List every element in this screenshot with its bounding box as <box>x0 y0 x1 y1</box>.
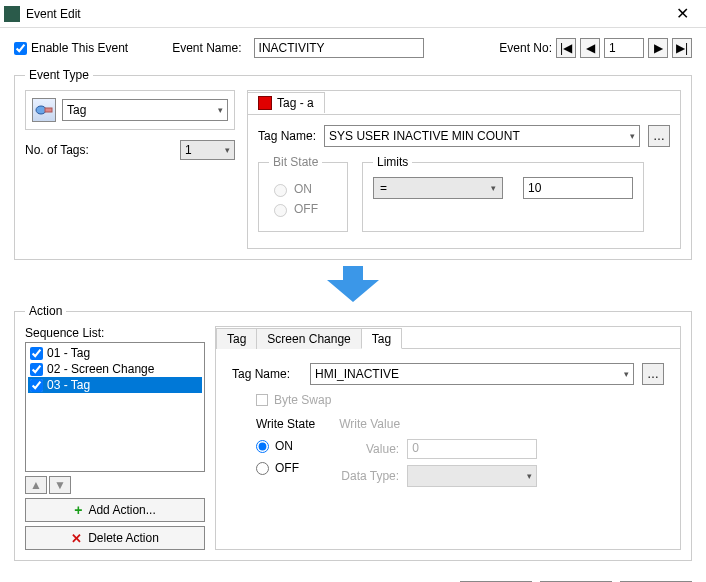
event-no-label: Event No: <box>499 41 552 55</box>
delete-action-label: Delete Action <box>88 531 159 545</box>
red-swatch-icon <box>258 96 272 110</box>
chevron-down-icon: ▾ <box>527 471 532 481</box>
chevron-down-icon: ▾ <box>624 369 629 379</box>
limits-value-input[interactable] <box>523 177 633 199</box>
action-tab-tag-2[interactable]: Tag <box>361 328 402 349</box>
enable-label: Enable This Event <box>31 41 128 55</box>
x-icon: ✕ <box>71 531 82 546</box>
write-value-input: 0 <box>407 439 537 459</box>
action-tagname-select[interactable]: HMI_INACTIVE ▾ <box>310 363 634 385</box>
limits-operator-select[interactable]: = ▾ <box>373 177 503 199</box>
add-action-button[interactable]: + Add Action... <box>25 498 205 522</box>
tag-browse-button[interactable]: … <box>648 125 670 147</box>
event-name-label: Event Name: <box>172 41 241 55</box>
limits-legend: Limits <box>373 155 412 169</box>
action-tab-tag-1[interactable]: Tag <box>216 328 257 349</box>
sequence-item[interactable]: 03 - Tag <box>28 377 202 393</box>
no-of-tags-value: 1 <box>185 143 192 157</box>
sequence-list-label: Sequence List: <box>25 326 205 340</box>
action-tag-browse-button[interactable]: … <box>642 363 664 385</box>
seq-checkbox[interactable] <box>30 363 43 376</box>
byte-swap-checkbox: Byte Swap <box>256 393 664 407</box>
no-of-tags-label: No. of Tags: <box>25 143 89 157</box>
tag-name-value: SYS USER INACTIVE MIN COUNT <box>329 129 520 143</box>
move-down-button[interactable]: ▼ <box>49 476 71 494</box>
action-group: Action Sequence List: 01 - Tag 02 - Scre… <box>14 304 692 561</box>
seq-checkbox[interactable] <box>30 379 43 392</box>
event-type-value: Tag <box>67 103 86 117</box>
limits-group: Limits = ▾ <box>362 155 644 232</box>
svg-rect-1 <box>45 108 52 112</box>
bitstate-on-radio: ON <box>269 181 337 197</box>
tag-a-label: Tag - a <box>277 96 314 110</box>
event-type-selector: Tag ▾ <box>25 90 235 130</box>
event-type-select[interactable]: Tag ▾ <box>62 99 228 121</box>
sequence-item[interactable]: 01 - Tag <box>28 345 202 361</box>
action-legend: Action <box>25 304 66 318</box>
event-type-legend: Event Type <box>25 68 93 82</box>
bit-state-group: Bit State ON OFF <box>258 155 348 232</box>
tag-a-tab[interactable]: Tag - a <box>247 92 325 113</box>
bitstate-legend: Bit State <box>269 155 322 169</box>
datatype-select: ▾ <box>407 465 537 487</box>
move-up-button[interactable]: ▲ <box>25 476 47 494</box>
prev-button[interactable]: ◀ <box>580 38 600 58</box>
tag-name-label: Tag Name: <box>258 129 316 143</box>
last-button[interactable]: ▶| <box>672 38 692 58</box>
titlebar: Event Edit ✕ <box>0 0 706 28</box>
app-icon <box>4 6 20 22</box>
datatype-label: Data Type: <box>339 469 399 483</box>
window-title: Event Edit <box>26 7 662 21</box>
byte-swap-label: Byte Swap <box>274 393 331 407</box>
event-no-input[interactable] <box>604 38 644 58</box>
write-state-off-radio[interactable]: OFF <box>256 461 315 475</box>
first-button[interactable]: |◀ <box>556 38 576 58</box>
event-type-group: Event Type Tag ▾ No. of Tags: 1 ▾ <box>14 68 692 260</box>
chevron-down-icon: ▾ <box>218 105 223 115</box>
delete-action-button[interactable]: ✕ Delete Action <box>25 526 205 550</box>
tag-name-select[interactable]: SYS USER INACTIVE MIN COUNT ▾ <box>324 125 640 147</box>
next-button[interactable]: ▶ <box>648 38 668 58</box>
add-action-label: Add Action... <box>88 503 155 517</box>
sequence-item[interactable]: 02 - Screen Change <box>28 361 202 377</box>
limits-operator: = <box>380 181 387 195</box>
seq-checkbox[interactable] <box>30 347 43 360</box>
byte-swap-box <box>256 394 268 406</box>
plus-icon: + <box>74 502 82 518</box>
no-of-tags-select[interactable]: 1 ▾ <box>180 140 235 160</box>
bitstate-off-radio: OFF <box>269 201 337 217</box>
flow-arrow-icon <box>14 266 692 302</box>
seq-item-label: 01 - Tag <box>47 346 90 360</box>
svg-marker-2 <box>327 266 379 302</box>
enable-checkbox-input[interactable] <box>14 42 27 55</box>
close-icon[interactable]: ✕ <box>662 4 702 23</box>
value-label: Value: <box>339 442 399 456</box>
action-tagname-value: HMI_INACTIVE <box>315 367 399 381</box>
write-state-on-radio[interactable]: ON <box>256 439 315 453</box>
sequence-list[interactable]: 01 - Tag 02 - Screen Change 03 - Tag <box>25 342 205 472</box>
chevron-down-icon: ▾ <box>225 145 230 155</box>
enable-this-event-checkbox[interactable]: Enable This Event <box>14 41 128 55</box>
chevron-down-icon: ▾ <box>491 183 496 193</box>
chevron-down-icon: ▾ <box>630 131 635 141</box>
seq-item-label: 02 - Screen Change <box>47 362 154 376</box>
tag-icon <box>32 98 56 122</box>
write-value-title: Write Value <box>339 417 537 431</box>
event-name-input[interactable] <box>254 38 424 58</box>
write-state-title: Write State <box>256 417 315 431</box>
action-tagname-label: Tag Name: <box>232 367 302 381</box>
seq-item-label: 03 - Tag <box>47 378 90 392</box>
action-tab-screen-change[interactable]: Screen Change <box>256 328 361 349</box>
